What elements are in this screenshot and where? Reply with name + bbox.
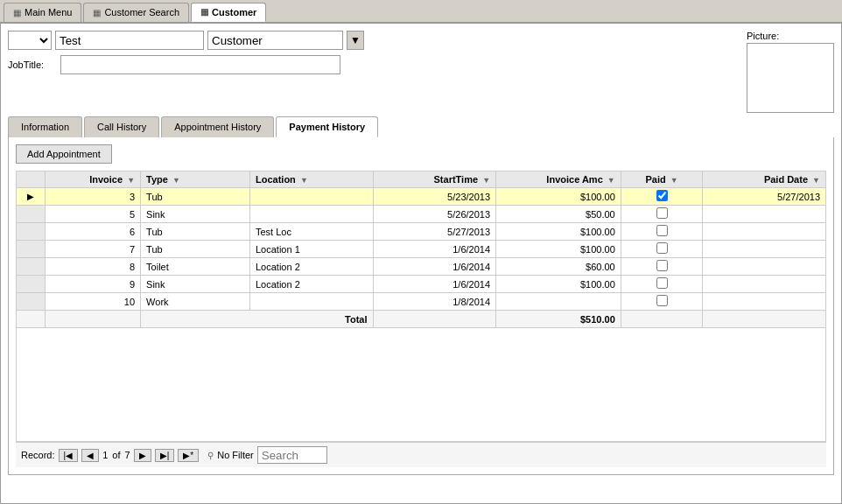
paid-checkbox[interactable] (656, 225, 668, 236)
table-row[interactable]: 6TubTest Loc5/27/2013$100.00 (17, 223, 826, 241)
tab-customer-search[interactable]: ▦ Customer Search (83, 3, 189, 22)
cell-paid[interactable] (621, 258, 703, 276)
cell-type: Sink (141, 206, 250, 223)
record-label: Record: (21, 450, 55, 460)
table-row[interactable]: 10Work1/8/2014 (17, 293, 826, 311)
tab-customer-search-label: Customer Search (104, 7, 179, 18)
cell-type: Toilet (141, 258, 250, 276)
cell-starttime: 5/27/2013 (373, 223, 496, 241)
tab-payment-history[interactable]: Payment History (276, 116, 378, 137)
tab-main-menu[interactable]: ▦ Main Menu (4, 3, 81, 22)
cell-starttime: 1/8/2014 (373, 293, 496, 311)
cell-paid[interactable] (621, 223, 703, 241)
nav-of-label: of (112, 450, 120, 460)
section-tabs: Information Call History Appointment His… (8, 116, 834, 137)
cell-amount: $50.00 (496, 206, 621, 223)
cell-paid[interactable] (621, 241, 703, 258)
th-selector (17, 172, 46, 188)
th-location[interactable]: Location ▼ (249, 172, 373, 188)
nav-next[interactable]: ▶ (134, 449, 151, 462)
top-tab-bar: ▦ Main Menu ▦ Customer Search ▦ Customer (0, 0, 842, 23)
cell-paid-date (703, 276, 826, 293)
tab-information[interactable]: Information (8, 116, 82, 137)
payment-table: Invoice ▼ Type ▼ Location ▼ StartTime ▼ (16, 171, 826, 328)
invoice-sort-icon: ▼ (127, 176, 135, 185)
th-paid[interactable]: Paid ▼ (621, 172, 703, 188)
th-invoice[interactable]: Invoice ▼ (45, 172, 140, 188)
table-row[interactable]: 7TubLocation 11/6/2014$100.00 (17, 241, 826, 258)
tab-call-history-label: Call History (97, 122, 146, 132)
table-row[interactable]: 8ToiletLocation 21/6/2014$60.00 (17, 258, 826, 276)
th-paid-date[interactable]: Paid Date ▼ (703, 172, 826, 188)
total-amount: $510.00 (496, 311, 621, 328)
cell-paid-date (703, 241, 826, 258)
cell-paid-date (703, 223, 826, 241)
paid-checkbox[interactable] (656, 207, 668, 219)
starttime-sort-icon: ▼ (482, 176, 490, 185)
cell-location (249, 206, 373, 223)
location-sort-icon: ▼ (300, 176, 308, 185)
row-selector (17, 241, 46, 258)
paid-checkbox[interactable] (656, 242, 668, 254)
paid-checkbox[interactable] (656, 260, 668, 271)
add-appointment-button[interactable]: Add Appointment (16, 144, 112, 164)
title-dropdown[interactable] (8, 31, 52, 50)
cell-invoice: 5 (45, 206, 140, 223)
th-starttime[interactable]: StartTime ▼ (373, 172, 496, 188)
cell-starttime: 5/23/2013 (373, 188, 496, 206)
cell-paid[interactable] (621, 293, 703, 311)
total-row: Total $510.00 (17, 311, 826, 328)
paid-sort-icon: ▼ (670, 176, 678, 185)
jobtitle-label: JobTitle: (8, 60, 60, 70)
jobtitle-field[interactable] (60, 55, 340, 74)
tab-payment-history-label: Payment History (289, 122, 365, 132)
tab-call-history[interactable]: Call History (84, 116, 159, 137)
th-type[interactable]: Type ▼ (141, 172, 250, 188)
cell-amount: $100.00 (496, 188, 621, 206)
total-empty1 (373, 311, 496, 328)
paid-checkbox[interactable] (656, 295, 668, 306)
tab-customer-label: Customer (212, 7, 256, 18)
table-row[interactable]: ▶3Tub5/23/2013$100.005/27/2013 (17, 188, 826, 206)
amount-sort-icon: ▼ (607, 176, 615, 185)
nav-last[interactable]: ▶| (155, 449, 175, 462)
picture-section: Picture: (747, 31, 834, 113)
cell-amount: $100.00 (496, 276, 621, 293)
tab-appointment-history[interactable]: Appointment History (161, 116, 274, 137)
cell-location: Test Loc (249, 223, 373, 241)
th-amount[interactable]: Invoice Amc ▼ (496, 172, 621, 188)
first-name-field[interactable] (55, 31, 204, 50)
cell-invoice: 8 (45, 258, 140, 276)
last-name-field[interactable] (207, 31, 343, 50)
cell-starttime: 1/6/2014 (373, 241, 496, 258)
row-selector: ▶ (17, 188, 46, 206)
cell-paid[interactable] (621, 188, 703, 206)
cell-paid[interactable] (621, 276, 703, 293)
cell-invoice: 6 (45, 223, 140, 241)
customer-dropdown[interactable]: ▼ (347, 31, 364, 50)
cell-amount: $100.00 (496, 223, 621, 241)
cell-paid-date (703, 206, 826, 223)
tab-customer[interactable]: ▦ Customer (191, 3, 266, 22)
cell-invoice: 7 (45, 241, 140, 258)
cell-paid[interactable] (621, 206, 703, 223)
nav-first[interactable]: |◀ (59, 449, 79, 462)
customer-search-icon: ▦ (93, 8, 101, 18)
cell-location: Location 1 (249, 241, 373, 258)
row-selector (17, 293, 46, 311)
nav-prev[interactable]: ◀ (81, 449, 99, 462)
main-menu-icon: ▦ (13, 8, 21, 18)
table-row[interactable]: 5Sink5/26/2013$50.00 (17, 206, 826, 223)
header-row: ▼ (8, 31, 738, 50)
cell-type: Work (141, 293, 250, 311)
row-selector (17, 276, 46, 293)
table-row[interactable]: 9SinkLocation 21/6/2014$100.00 (17, 276, 826, 293)
cell-type: Tub (141, 223, 250, 241)
paid-checkbox[interactable] (656, 277, 668, 289)
tab-information-label: Information (21, 122, 69, 132)
filter-section: ⚲ No Filter (207, 450, 254, 460)
nav-new[interactable]: ▶* (178, 449, 199, 462)
no-filter-label: No Filter (217, 450, 254, 460)
paid-checkbox[interactable] (656, 190, 668, 201)
search-input[interactable] (257, 446, 327, 464)
